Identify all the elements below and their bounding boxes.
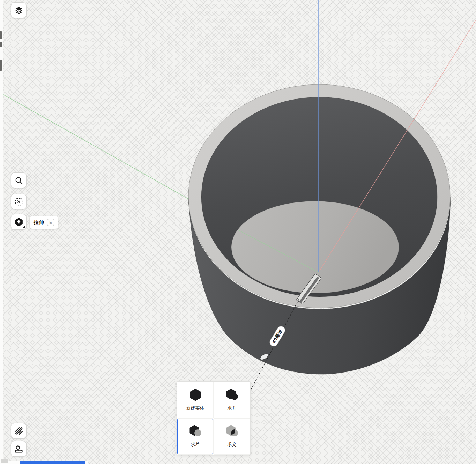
zebra-analysis-button[interactable] xyxy=(11,423,27,439)
search-icon xyxy=(14,176,23,185)
flyout-corner-icon xyxy=(23,226,25,228)
boolean-option-union[interactable]: 求并 xyxy=(214,382,250,418)
extrude-tool-button[interactable] xyxy=(11,214,27,230)
clipped-ui-fragment xyxy=(0,42,2,47)
boolean-option-new-body[interactable]: 新建实体 xyxy=(177,382,214,418)
new-body-icon xyxy=(188,389,202,403)
marquee-select-button[interactable] xyxy=(11,194,27,209)
taskbar-accent-bar xyxy=(20,461,85,464)
boolean-option-subtract[interactable]: 求差 xyxy=(177,418,214,455)
measure-button[interactable] xyxy=(11,441,27,457)
marquee-select-icon xyxy=(14,197,23,206)
boolean-option-label: 求差 xyxy=(191,441,200,448)
layers-button[interactable] xyxy=(11,2,27,18)
boolean-option-label: 求并 xyxy=(228,405,237,411)
search-button[interactable] xyxy=(11,172,27,188)
subtract-icon xyxy=(188,425,202,439)
zebra-stripes-icon xyxy=(14,426,23,435)
extrude-tool-tooltip: 拉伸 E xyxy=(29,216,58,229)
extrude-tool-label: 拉伸 xyxy=(34,219,44,226)
shortcut-keycap: E xyxy=(47,219,54,226)
layers-icon xyxy=(14,6,23,15)
boolean-option-intersect[interactable]: 求交 xyxy=(214,418,250,455)
clipped-ui-fragment xyxy=(1,459,8,463)
boolean-operations-panel: 新建实体 求并 求差 xyxy=(177,381,251,455)
measure-icon xyxy=(14,444,23,454)
boolean-option-label: 求交 xyxy=(228,441,237,448)
extrude-icon xyxy=(14,218,23,227)
clipped-ui-fragment xyxy=(0,31,2,39)
boolean-option-label: 新建实体 xyxy=(186,405,204,411)
intersect-icon xyxy=(225,425,239,439)
union-icon xyxy=(225,389,239,403)
clipped-ui-fragment xyxy=(0,60,2,71)
app-canvas: 40毫米 xyxy=(0,0,476,464)
